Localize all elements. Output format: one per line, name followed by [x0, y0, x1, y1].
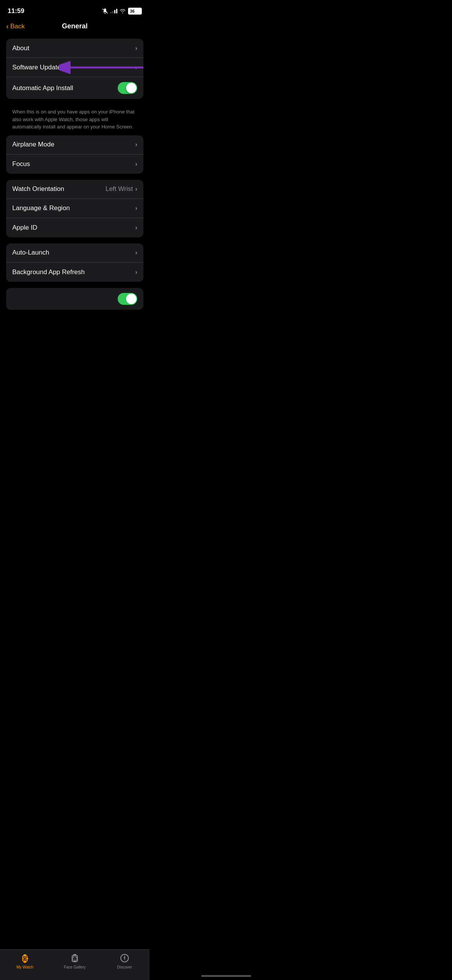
toggle-thumb	[126, 83, 136, 93]
page-title: General	[62, 22, 87, 30]
language-region-label: Language & Region	[12, 204, 70, 212]
about-chevron-icon: ›	[135, 45, 137, 52]
partial-row	[6, 288, 143, 310]
annotation-arrow	[59, 58, 143, 77]
about-row[interactable]: About ›	[6, 39, 143, 58]
watch-orientation-label: Watch Orientation	[12, 185, 64, 193]
auto-launch-chevron-icon: ›	[135, 249, 137, 256]
apple-id-label: Apple ID	[12, 224, 37, 232]
apple-id-row[interactable]: Apple ID ›	[6, 218, 143, 237]
watch-orientation-right: Left Wrist ›	[105, 185, 137, 193]
about-right: ›	[135, 45, 137, 52]
partial-settings-group	[6, 288, 143, 310]
language-region-chevron-icon: ›	[135, 205, 137, 212]
background-app-refresh-label: Background App Refresh	[12, 268, 85, 276]
settings-group-1: About › Software Update ›	[6, 39, 143, 99]
auto-launch-row[interactable]: Auto-Launch ›	[6, 243, 143, 263]
partial-toggle	[118, 293, 137, 305]
signal-icon	[110, 9, 117, 13]
language-region-row[interactable]: Language & Region ›	[6, 199, 143, 218]
airplane-mode-row[interactable]: Airplane Mode ›	[6, 135, 143, 155]
auto-app-install-toggle[interactable]	[118, 82, 137, 94]
status-time: 11:59	[8, 7, 24, 15]
airplane-mode-label: Airplane Mode	[12, 141, 54, 148]
mute-icon	[102, 8, 108, 14]
status-icons: 36	[102, 8, 142, 15]
software-update-label: Software Update	[12, 64, 61, 71]
focus-chevron-icon: ›	[135, 161, 137, 168]
partial-toggle-thumb	[126, 294, 136, 304]
settings-group-2: Airplane Mode › Focus ›	[6, 135, 143, 174]
software-update-chevron-icon: ›	[135, 64, 137, 71]
watch-orientation-row[interactable]: Watch Orientation Left Wrist ›	[6, 180, 143, 199]
software-update-row[interactable]: Software Update ›	[6, 58, 143, 77]
watch-orientation-value: Left Wrist	[105, 185, 133, 193]
focus-row[interactable]: Focus ›	[6, 155, 143, 174]
about-label: About	[12, 44, 29, 52]
settings-group-3: Watch Orientation Left Wrist › Language …	[6, 180, 143, 237]
back-chevron-icon: ‹	[6, 22, 9, 30]
airplane-mode-right: ›	[135, 141, 137, 148]
auto-install-description: When this is on and you have apps on you…	[6, 105, 143, 135]
battery-icon: 36	[128, 8, 142, 15]
watch-orientation-chevron-icon: ›	[135, 186, 137, 192]
auto-launch-label: Auto-Launch	[12, 249, 49, 257]
back-button[interactable]: ‹ Back	[6, 23, 25, 30]
wifi-icon	[120, 9, 126, 13]
language-region-right: ›	[135, 205, 137, 212]
apple-id-chevron-icon: ›	[135, 224, 137, 231]
auto-app-install-label: Automatic App Install	[12, 84, 73, 92]
background-app-refresh-row[interactable]: Background App Refresh ›	[6, 263, 143, 282]
auto-launch-right: ›	[135, 249, 137, 256]
nav-bar: ‹ Back General	[0, 19, 150, 35]
focus-right: ›	[135, 161, 137, 168]
airplane-mode-chevron-icon: ›	[135, 141, 137, 148]
settings-group-4: Auto-Launch › Background App Refresh ›	[6, 243, 143, 282]
auto-app-install-row[interactable]: Automatic App Install	[6, 77, 143, 99]
software-update-right: ›	[135, 64, 137, 71]
focus-label: Focus	[12, 160, 30, 168]
settings-content: About › Software Update ›	[0, 35, 150, 352]
back-label: Back	[10, 23, 25, 30]
apple-id-right: ›	[135, 224, 137, 231]
background-app-refresh-right: ›	[135, 269, 137, 276]
status-bar: 11:59 36	[0, 0, 150, 19]
background-app-refresh-chevron-icon: ›	[135, 269, 137, 276]
